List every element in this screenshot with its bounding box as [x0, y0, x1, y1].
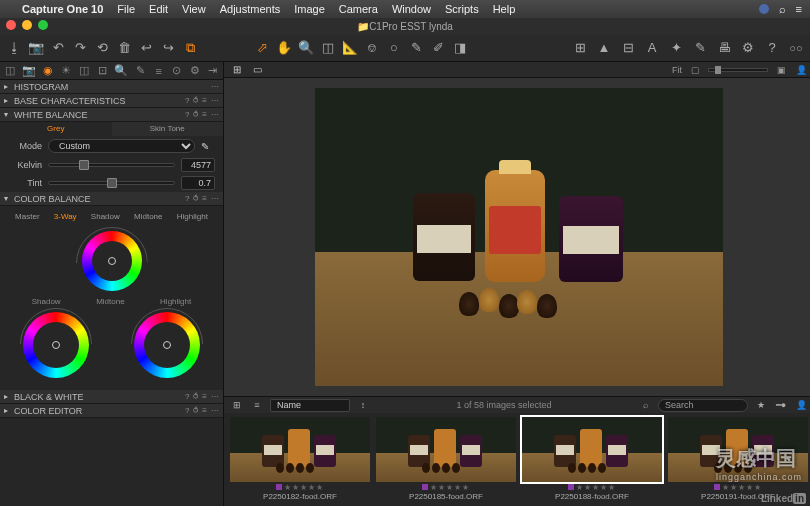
- pin-tab-icon[interactable]: ⇥: [207, 64, 219, 78]
- app-menu[interactable]: Capture One 10: [22, 3, 103, 15]
- annotate-icon[interactable]: A: [644, 40, 660, 56]
- view-grid-icon[interactable]: ⊞: [230, 63, 244, 77]
- view-mode-icon[interactable]: ○○: [788, 40, 804, 56]
- eyedropper-icon[interactable]: ✐: [430, 40, 446, 56]
- metadata-tab-icon[interactable]: ≡: [153, 64, 165, 78]
- gear-icon[interactable]: ⚙: [740, 40, 756, 56]
- brush-icon[interactable]: ✎: [408, 40, 424, 56]
- rotate-left-icon[interactable]: ↶: [50, 40, 66, 56]
- wb-panel-header[interactable]: ▾WHITE BALANCE ?⥀≡⋯: [0, 108, 223, 122]
- menu-image[interactable]: Image: [294, 3, 325, 15]
- user-icon[interactable]: 👤: [794, 63, 808, 77]
- library-tab-icon[interactable]: ◫: [4, 64, 16, 78]
- straighten-icon[interactable]: 📐: [342, 40, 358, 56]
- close-window-button[interactable]: [6, 20, 16, 30]
- keystone-icon[interactable]: ⎊: [364, 40, 380, 56]
- cb-hi-label: Highlight: [160, 297, 191, 306]
- wb-eyedropper-icon[interactable]: ✎: [201, 141, 215, 152]
- cb-tab-shadow[interactable]: Shadow: [91, 212, 120, 221]
- edit-icon[interactable]: ✎: [692, 40, 708, 56]
- menu-adjustments[interactable]: Adjustments: [220, 3, 281, 15]
- browser-grid-icon[interactable]: ⊞: [230, 398, 244, 412]
- cb-wheel-master[interactable]: [82, 231, 142, 291]
- menu-help[interactable]: Help: [493, 3, 516, 15]
- viewer-toolbar: ⊞ ▭ Fit ▢ ▣ 👤: [224, 62, 810, 78]
- capture-tab-icon[interactable]: 📷: [22, 64, 36, 78]
- spot-icon[interactable]: ○: [386, 40, 402, 56]
- cb-tab-master[interactable]: Master: [15, 212, 39, 221]
- sort-dropdown[interactable]: Name: [270, 399, 350, 412]
- menubar-list-icon[interactable]: ≡: [796, 3, 802, 15]
- cb-wheel-shadow[interactable]: [23, 312, 89, 378]
- menu-camera[interactable]: Camera: [339, 3, 378, 15]
- focus-mask-icon[interactable]: ✦: [668, 40, 684, 56]
- browser-list-icon[interactable]: ≡: [250, 398, 264, 412]
- print-icon[interactable]: 🖶: [716, 40, 732, 56]
- import-icon[interactable]: ⭳: [6, 40, 22, 56]
- exposure-tab-icon[interactable]: ☀: [60, 64, 72, 78]
- cb-tab-highlight[interactable]: Highlight: [177, 212, 208, 221]
- undo-icon[interactable]: ↩: [138, 40, 154, 56]
- wb-tab-grey[interactable]: Grey: [0, 122, 112, 136]
- minimize-window-button[interactable]: [22, 20, 32, 30]
- help-icon[interactable]: ?: [764, 40, 780, 56]
- proof-icon[interactable]: ▲: [596, 40, 612, 56]
- thumbnail[interactable]: ★★★★★ P2250185-food.ORF: [376, 417, 516, 502]
- thumbnail[interactable]: ★★★★★ P2250191-food.ORF: [668, 417, 808, 502]
- menubar-search-icon[interactable]: ⌕: [779, 3, 786, 15]
- zoom-slider[interactable]: [708, 68, 768, 72]
- tint-slider[interactable]: [48, 181, 175, 185]
- menu-file[interactable]: File: [117, 3, 135, 15]
- main-toolbar: ⭳ 📷 ↶ ↷ ⟲ 🗑 ↩ ↪ ⧉ ⬀ ✋ 🔍 ◫ 📐 ⎊ ○ ✎ ✐ ◨ ⊞ …: [0, 34, 810, 62]
- rotate-right-icon[interactable]: ↷: [72, 40, 88, 56]
- capture-icon[interactable]: 📷: [28, 40, 44, 56]
- base-panel-header[interactable]: ▸BASE CHARACTERISTICS ?⥀≡⋯: [0, 94, 223, 108]
- tint-value[interactable]: 0.7: [181, 176, 215, 190]
- zoom-in-icon[interactable]: ▣: [774, 63, 788, 77]
- menu-window[interactable]: Window: [392, 3, 431, 15]
- cb-tab-3way[interactable]: 3-Way: [54, 212, 77, 221]
- thumbnail[interactable]: ★★★★★ P2250182-food.ORF: [230, 417, 370, 502]
- copy-adjustments-icon[interactable]: ⧉: [182, 40, 198, 56]
- wb-tab-skin[interactable]: Skin Tone: [112, 122, 224, 136]
- ce-panel-header[interactable]: ▸COLOR EDITOR ?⥀≡⋯: [0, 404, 223, 418]
- grid-icon[interactable]: ⊟: [620, 40, 636, 56]
- cursor-icon[interactable]: ⬀: [254, 40, 270, 56]
- crop-icon[interactable]: ◫: [320, 40, 336, 56]
- cb-panel-header[interactable]: ▾COLOR BALANCE ?⥀≡⋯: [0, 192, 223, 206]
- bw-panel-header[interactable]: ▸BLACK & WHITE ?⥀≡⋯: [0, 390, 223, 404]
- sort-dir-icon[interactable]: ↕: [356, 398, 370, 412]
- zoom-window-button[interactable]: [38, 20, 48, 30]
- rating-filter-icon[interactable]: ★: [754, 398, 768, 412]
- user2-icon[interactable]: 👤: [794, 398, 808, 412]
- cb-tab-midtone[interactable]: Midtone: [134, 212, 162, 221]
- local-adjust-icon[interactable]: ◨: [452, 40, 468, 56]
- image-canvas[interactable]: [224, 78, 810, 396]
- cb-wheel-highlight[interactable]: [134, 312, 200, 378]
- local-tab-icon[interactable]: ✎: [134, 64, 146, 78]
- menu-scripts[interactable]: Scripts: [445, 3, 479, 15]
- redo-icon[interactable]: ↪: [160, 40, 176, 56]
- zoom-out-icon[interactable]: ▢: [688, 63, 702, 77]
- exposure-warning-icon[interactable]: ⊞: [572, 40, 588, 56]
- search-input[interactable]: Search: [658, 399, 748, 412]
- kelvin-slider[interactable]: [48, 163, 175, 167]
- hand-icon[interactable]: ✋: [276, 40, 292, 56]
- menu-edit[interactable]: Edit: [149, 3, 168, 15]
- details-tab-icon[interactable]: 🔍: [114, 64, 128, 78]
- crop-tab-icon[interactable]: ⊡: [96, 64, 108, 78]
- view-single-icon[interactable]: ▭: [250, 63, 264, 77]
- output-tab-icon[interactable]: ⊙: [171, 64, 183, 78]
- mode-select[interactable]: Custom: [48, 139, 195, 153]
- lens-tab-icon[interactable]: ◫: [78, 64, 90, 78]
- reset-icon[interactable]: ⟲: [94, 40, 110, 56]
- batch-tab-icon[interactable]: ⚙: [189, 64, 201, 78]
- thumbnail[interactable]: ★★★★★ P2250188-food.ORF: [522, 417, 662, 502]
- histogram-panel-header[interactable]: ▸HISTOGRAM ⋯: [0, 80, 223, 94]
- menu-view[interactable]: View: [182, 3, 206, 15]
- zoom-tool-icon[interactable]: 🔍: [298, 40, 314, 56]
- kelvin-value[interactable]: 4577: [181, 158, 215, 172]
- size-slider-icon[interactable]: ━●: [774, 398, 788, 412]
- trash-icon[interactable]: 🗑: [116, 40, 132, 56]
- color-tab-icon[interactable]: ◉: [42, 64, 54, 78]
